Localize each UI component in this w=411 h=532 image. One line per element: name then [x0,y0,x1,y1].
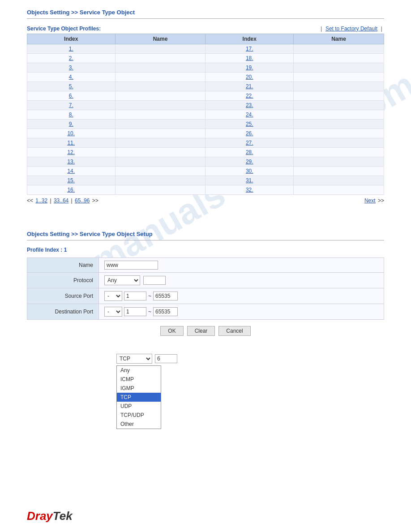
page-65-96[interactable]: 65..96 [75,197,90,204]
table-row: 4.20. [27,73,384,82]
right-index[interactable]: 19. [206,63,294,73]
right-index[interactable]: 30. [206,167,294,176]
col-name-left: Name [115,34,206,44]
dropdown-item[interactable]: UDP [117,402,161,411]
dropdown-list: AnyICMPIGMPTCPUDPTCP/UDPOther [116,365,161,429]
right-index[interactable]: 26. [206,129,294,138]
source-port-max[interactable] [153,292,178,300]
right-name [294,63,384,73]
clear-button[interactable]: Clear [187,326,215,336]
table-row: 11.27. [27,138,384,148]
left-index[interactable]: 16. [27,185,116,195]
right-index[interactable]: 18. [206,54,294,63]
left-index[interactable]: 7. [27,101,116,110]
right-name [294,167,384,176]
left-index[interactable]: 5. [27,82,116,91]
left-index[interactable]: 10. [27,129,116,138]
left-index[interactable]: 13. [27,157,116,167]
page-1-32[interactable]: 1..32 [35,197,47,204]
left-index[interactable]: 11. [27,138,116,148]
right-index[interactable]: 17. [206,44,294,54]
right-index[interactable]: 27. [206,138,294,148]
right-index[interactable]: 25. [206,120,294,129]
right-name [294,54,384,63]
ok-button[interactable]: OK [160,326,183,336]
dest-port-range-select[interactable]: - = [104,307,122,317]
protocol-row: Protocol Any ICMP IGMP TCP UDP TCP/UDP O… [27,273,384,288]
right-index[interactable]: 20. [206,73,294,82]
name-input[interactable] [104,261,158,270]
right-index[interactable]: 23. [206,101,294,110]
right-name [294,82,384,91]
right-name [294,138,384,148]
right-name [294,185,384,195]
table-row: 3.19. [27,63,384,73]
left-index[interactable]: 9. [27,120,116,129]
left-index[interactable]: 1. [27,44,116,54]
table-row: 1.17. [27,44,384,54]
left-index[interactable]: 12. [27,148,116,157]
left-index[interactable]: 14. [27,167,116,176]
dest-port-row-inner: - = ~ [104,307,378,317]
source-port-row: Source Port - = ~ [27,288,384,304]
col-index-right: Index [206,34,294,44]
dest-port-min[interactable] [124,307,146,316]
logo-dray: Dray [27,509,53,523]
source-port-range-select[interactable]: - = [104,291,122,301]
right-index[interactable]: 31. [206,176,294,185]
right-index[interactable]: 32. [206,185,294,195]
left-index[interactable]: 15. [27,176,116,185]
right-index[interactable]: 28. [206,148,294,157]
protocol-value-cell: Any ICMP IGMP TCP UDP TCP/UDP Other [99,273,384,288]
left-name [115,148,206,157]
factory-default-link[interactable]: Set to Factory Default [325,26,377,32]
left-index[interactable]: 3. [27,63,116,73]
dropdown-item[interactable]: TCP/UDP [117,411,161,420]
dropdown-item[interactable]: Other [117,420,161,429]
logo-tek: Tek [53,509,73,523]
left-index[interactable]: 8. [27,110,116,120]
dropdown-item[interactable]: ICMP [117,375,161,384]
dest-port-label: Destination Port [27,304,99,320]
left-index[interactable]: 6. [27,91,116,101]
protocol-code-input[interactable] [155,354,177,363]
left-index[interactable]: 2. [27,54,116,63]
profile-index: Profile Index : 1 [27,247,384,253]
table-row: 16.32. [27,185,384,195]
protocol-number-input[interactable] [143,276,166,285]
dropdown-item[interactable]: IGMP [117,384,161,393]
protocol-select[interactable]: Any ICMP IGMP TCP UDP TCP/UDP Other [104,275,140,285]
source-port-label: Source Port [27,288,99,304]
dropdown-item[interactable]: Any [117,366,161,375]
table-row: 14.30. [27,167,384,176]
dest-port-max[interactable] [153,307,178,316]
section1-title: Objects Setting >> Service Type Object [27,9,384,16]
right-index[interactable]: 21. [206,82,294,91]
right-index[interactable]: 29. [206,157,294,167]
cancel-button[interactable]: Cancel [218,326,250,336]
left-name [115,54,206,63]
left-name [115,44,206,54]
right-name [294,120,384,129]
page-33-64[interactable]: 33..64 [54,197,68,204]
right-index[interactable]: 22. [206,91,294,101]
source-port-min[interactable] [124,292,146,300]
protocol-dropdown-select[interactable]: TCP [116,354,152,364]
profile-table-header: Index Name Index Name [27,34,384,44]
right-name [294,73,384,82]
dropdown-item[interactable]: TCP [117,393,161,402]
dest-port-row: Destination Port - = ~ [27,304,384,320]
next-link[interactable]: Next [364,197,376,204]
col-index-left: Index [27,34,116,44]
right-index[interactable]: 24. [206,110,294,120]
right-name [294,110,384,120]
setup-table: Name Protocol Any ICMP IGMP TCP UDP [27,257,384,320]
table-row: 15.31. [27,176,384,185]
right-name [294,148,384,157]
left-name [115,110,206,120]
table-row: 10.26. [27,129,384,138]
source-port-row-inner: - = ~ [104,291,378,301]
table-row: 13.29. [27,157,384,167]
left-index[interactable]: 4. [27,73,116,82]
left-name [115,63,206,73]
